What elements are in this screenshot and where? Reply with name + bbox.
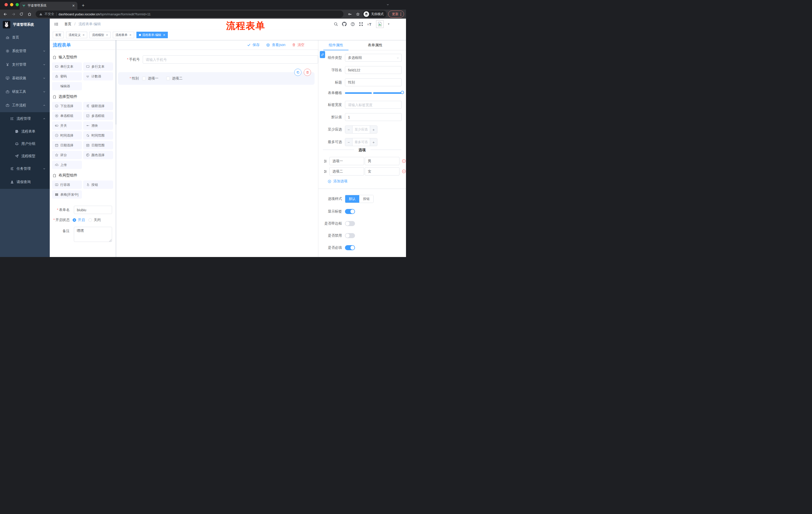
panel-link-toggle[interactable] (320, 51, 325, 58)
palette-item-multi-text[interactable]: 多行文本 (83, 62, 113, 71)
status-radio-on[interactable] (72, 218, 76, 222)
save-button[interactable]: 保存 (247, 43, 260, 47)
palette-item-row-container[interactable]: 行容器 (52, 181, 82, 189)
traffic-light-minimize[interactable] (10, 3, 13, 6)
form-name-input[interactable] (74, 206, 112, 214)
new-tab-button[interactable]: + (80, 2, 86, 9)
resize-handle[interactable] (109, 239, 112, 242)
tag-close-icon[interactable]: ✕ (82, 33, 85, 37)
app-logo[interactable]: 芋道管理系统 (0, 19, 50, 31)
remark-textarea[interactable]: 嘿嘿 (74, 227, 112, 242)
palette-item-radio-group[interactable]: 单选框组 (52, 112, 82, 120)
tag-close-icon[interactable]: ✕ (106, 33, 108, 37)
drag-handle-icon[interactable] (323, 159, 327, 163)
max-select-value[interactable]: 最多可选 (352, 138, 370, 146)
sidebar-item-process-form[interactable]: 流程表单 (0, 125, 50, 138)
disabled-toggle[interactable] (345, 233, 355, 238)
reload-button[interactable] (18, 11, 25, 17)
option2-value-input[interactable] (365, 167, 400, 175)
style-button-button[interactable]: 按钮 (359, 195, 373, 203)
palette-item-single-text[interactable]: 单行文本 (52, 62, 82, 71)
required-toggle[interactable] (345, 245, 355, 250)
search-icon[interactable] (334, 22, 338, 26)
sidebar-item-process-model[interactable]: 流程模型 (0, 150, 50, 162)
default-value-input[interactable] (345, 113, 402, 121)
sidebar-item-payment[interactable]: 支付管理 (0, 58, 50, 72)
remove-option-icon[interactable] (402, 169, 406, 173)
sidebar-item-devtools[interactable]: 研发工具 (0, 85, 50, 99)
sidebar-item-infra[interactable]: 基础设施 (0, 72, 50, 85)
sidebar-item-task-mgmt[interactable]: 任务管理 (0, 162, 50, 175)
palette-item-cascader[interactable]: 级联选择 (83, 102, 113, 110)
sidebar-item-home[interactable]: 首页 (0, 31, 50, 44)
phone-field[interactable]: *手机号 (117, 55, 318, 64)
field-name-input[interactable] (345, 66, 402, 74)
traffic-light-zoom[interactable] (16, 3, 19, 6)
update-button[interactable]: 更新 (388, 10, 404, 18)
help-icon[interactable] (350, 22, 355, 26)
font-size-icon[interactable] (367, 21, 372, 27)
option2-label-input[interactable] (329, 167, 364, 175)
title-input[interactable] (345, 78, 402, 86)
avatar-caret-icon[interactable]: ▼ (387, 23, 390, 25)
password-key-icon[interactable] (346, 11, 353, 17)
palette-item-time-picker[interactable]: 时间选择 (52, 131, 82, 140)
grid-slider[interactable] (345, 92, 402, 94)
stepper-plus-button[interactable]: + (370, 126, 377, 133)
user-avatar[interactable] (376, 20, 384, 28)
show-label-toggle[interactable] (345, 209, 355, 214)
palette-item-editor[interactable]: 编辑器 (52, 82, 82, 90)
duplicate-component-button[interactable] (294, 69, 301, 76)
palette-item-switch[interactable]: 开关 (52, 121, 82, 130)
add-option-button[interactable]: 添加选项 (328, 179, 406, 184)
view-json-button[interactable]: 查看json (266, 43, 285, 47)
border-toggle[interactable] (345, 221, 355, 226)
tag-close-icon[interactable]: ✕ (163, 33, 165, 37)
stepper-minus-button[interactable]: − (345, 126, 352, 133)
sidebar-item-system[interactable]: 系统管理 (0, 44, 50, 58)
sidebar-item-leave-query[interactable]: 请假查询 (0, 175, 50, 189)
slider-handle[interactable] (401, 91, 404, 94)
tag-close-icon[interactable]: ✕ (129, 33, 132, 37)
status-off-label[interactable]: 关闭 (94, 218, 101, 222)
tag-process-definition[interactable]: 流程定义✕ (66, 32, 87, 38)
tag-process-form[interactable]: 流程表单✕ (113, 32, 134, 38)
option1-value-input[interactable] (365, 157, 400, 165)
palette-item-rate[interactable]: 评分 (52, 151, 82, 159)
palette-item-checkbox-group[interactable]: 多选框组 (83, 112, 113, 120)
stepper-minus-button[interactable]: − (345, 138, 352, 146)
phone-input[interactable] (143, 55, 318, 64)
sidebar-item-user-group[interactable]: 用户分组 (0, 138, 50, 150)
style-default-button[interactable]: 默认 (345, 195, 359, 203)
browser-tab[interactable]: 芋道管理系统 ✕ (20, 2, 77, 9)
back-button[interactable] (2, 11, 8, 17)
tab-component-props[interactable]: 组件属性 (323, 40, 348, 50)
collapse-sidebar-icon[interactable] (54, 22, 59, 26)
remove-option-icon[interactable] (402, 159, 406, 163)
palette-item-time-range[interactable]: 时间范围 (83, 131, 113, 140)
tag-process-form-edit[interactable]: 流程表单-编辑✕ (137, 32, 168, 38)
breadcrumb-home[interactable]: 首页 (64, 22, 71, 26)
traffic-light-close[interactable] (4, 3, 8, 6)
forward-button[interactable] (10, 11, 17, 17)
palette-item-select[interactable]: 下拉选择 (52, 102, 82, 110)
checkbox-option2[interactable] (166, 77, 170, 80)
palette-item-password[interactable]: 密码 (52, 72, 82, 80)
clear-button[interactable]: 清空 (292, 43, 304, 47)
stepper-plus-button[interactable]: + (370, 138, 377, 146)
palette-item-upload[interactable]: 上传 (52, 161, 82, 169)
browser-menu-icon[interactable] (401, 12, 401, 16)
drag-handle-icon[interactable] (323, 169, 327, 173)
palette-item-slider[interactable]: 滑块 (83, 121, 113, 130)
address-bar[interactable]: 不安全 dashboard.yudao.iocoder.cn/bpm/manag… (36, 10, 343, 18)
min-select-value[interactable]: 至少应选 (352, 126, 370, 133)
checkbox-option1[interactable] (142, 77, 146, 80)
home-button[interactable] (26, 11, 33, 17)
tab-form-props[interactable]: 表单属性 (362, 40, 388, 50)
palette-item-date-picker[interactable]: 日期选择 (52, 141, 82, 150)
bookmark-star-icon[interactable] (354, 11, 361, 17)
github-icon[interactable] (342, 22, 347, 26)
tabstrip-chevron-icon[interactable] (386, 3, 389, 6)
selected-component-gender[interactable]: *性别 选项一 选项二 (118, 72, 315, 85)
checkbox-option2-label[interactable]: 选项二 (172, 76, 182, 81)
